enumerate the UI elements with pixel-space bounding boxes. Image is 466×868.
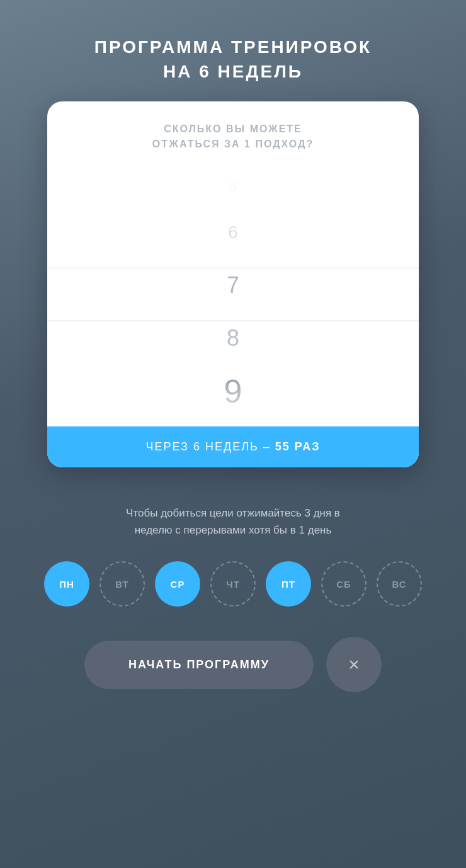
day-sunday[interactable]: ВС xyxy=(377,561,422,607)
close-icon: × xyxy=(348,655,360,674)
day-thursday[interactable]: ЧТ xyxy=(210,561,256,607)
page-title: ПРОГРАММА ТРЕНИРОВОК НА 6 НЕДЕЛЬ xyxy=(94,35,372,84)
info-text: Чтобы добиться цели отжимайтесь 3 дня вн… xyxy=(82,505,384,539)
picker-item-9[interactable]: 9 xyxy=(47,365,419,418)
picker-item-5[interactable]: 5 xyxy=(47,168,419,206)
bottom-buttons: НАЧАТЬ ПРОГРАММУ × xyxy=(84,637,382,692)
picker-items: 5 6 7 8 9 10 11 12 13 xyxy=(47,162,419,426)
day-friday[interactable]: ПТ xyxy=(266,561,311,607)
card-footer: ЧЕРЕЗ 6 НЕДЕЛЬ – 55 РАЗ xyxy=(47,426,419,467)
card-question: СКОЛЬКО ВЫ МОЖЕТЕ ОТЖАТЬСЯ ЗА 1 ПОДХОД? xyxy=(47,101,419,162)
start-program-button[interactable]: НАЧАТЬ ПРОГРАММУ xyxy=(84,641,314,689)
picker-item-10[interactable]: 10 xyxy=(47,418,419,426)
day-wednesday[interactable]: СР xyxy=(155,561,200,607)
picker-selection-line-bottom xyxy=(47,321,419,321)
card-footer-text: ЧЕРЕЗ 6 НЕДЕЛЬ – 55 РАЗ xyxy=(60,440,406,454)
close-button[interactable]: × xyxy=(326,637,382,692)
main-card: СКОЛЬКО ВЫ МОЖЕТЕ ОТЖАТЬСЯ ЗА 1 ПОДХОД? … xyxy=(47,101,419,467)
days-row: ПН ВТ СР ЧТ ПТ СБ ВС xyxy=(44,561,422,607)
picker-item-6[interactable]: 6 xyxy=(47,206,419,259)
day-tuesday[interactable]: ВТ xyxy=(99,561,145,607)
picker-selection-line-top xyxy=(47,268,419,268)
number-picker[interactable]: 5 6 7 8 9 10 11 12 13 xyxy=(47,162,419,426)
picker-item-7[interactable]: 7 xyxy=(47,259,419,312)
day-saturday[interactable]: СБ xyxy=(321,561,367,607)
picker-item-8[interactable]: 8 xyxy=(47,312,419,365)
day-monday[interactable]: ПН xyxy=(44,561,89,607)
